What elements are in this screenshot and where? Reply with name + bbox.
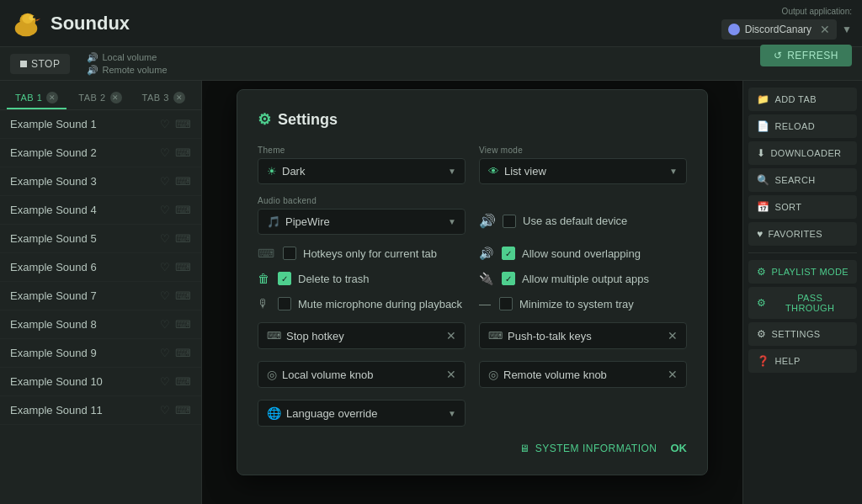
tab-1[interactable]: TAB 1 ✕ [7, 88, 67, 109]
heart-icon[interactable]: ♡ [160, 204, 170, 216]
refresh-button[interactable]: ↺ REFRESH [760, 45, 852, 66]
system-info-button[interactable]: 🖥 SYSTEM INFORMATION [519, 443, 657, 454]
tab-2[interactable]: TAB 2 ✕ [70, 88, 130, 109]
keyboard-icon[interactable]: ⌨ [175, 232, 191, 245]
sound-item[interactable]: Example Sound 7 ♡ ⌨ [0, 282, 201, 310]
playlist-mode-icon: ⚙ [757, 266, 766, 278]
sound-item[interactable]: Example Sound 3 ♡ ⌨ [0, 167, 201, 196]
stop-hotkey-clear-icon[interactable]: ✕ [446, 329, 456, 342]
heart-icon[interactable]: ♡ [160, 404, 170, 416]
minimize-tray-checkbox[interactable] [499, 297, 513, 310]
delete-trash-row[interactable]: 🗑 Delete to trash [258, 272, 466, 285]
audio-backend-field: Audio backend 🎵 PipeWire ▼ [258, 196, 466, 235]
tabs-bar: TAB 1 ✕ TAB 2 ✕ TAB 3 ✕ [0, 81, 201, 110]
ptt-clear-icon[interactable]: ✕ [668, 329, 678, 342]
sound-item[interactable]: Example Sound 10 ♡ ⌨ [0, 368, 201, 396]
keyboard-icon[interactable]: ⌨ [175, 146, 191, 159]
output-app-row: DiscordCanary ✕ ▼ [721, 19, 852, 40]
app-title: Soundux [51, 13, 130, 34]
multiple-output-icon: 🔌 [479, 272, 493, 285]
favorites-button[interactable]: ♥ FAVORITES [748, 222, 857, 246]
search-button[interactable]: 🔍 SEARCH [748, 168, 857, 192]
sound-item[interactable]: Example Sound 9 ♡ ⌨ [0, 339, 201, 368]
mute-mic-row[interactable]: 🎙 Mute microphone during playback [258, 297, 466, 310]
local-knob-icon: ◎ [267, 368, 277, 381]
output-app-chevron-icon[interactable]: ▼ [842, 24, 852, 35]
heart-icon[interactable]: ♡ [160, 118, 170, 130]
reload-icon: 📄 [757, 120, 769, 132]
hotkeys-only-checkbox[interactable] [283, 247, 296, 260]
settings-button[interactable]: ⚙ SETTINGS [748, 322, 857, 346]
stop-button[interactable]: STOP [10, 54, 70, 74]
downloader-icon: ⬇ [757, 147, 765, 159]
main-area: TAB 1 ✕ TAB 2 ✕ TAB 3 ✕ Example Sound 1 … [0, 81, 862, 504]
minimize-tray-row[interactable]: — Minimize to system tray [479, 297, 687, 310]
remote-volume-knob-field[interactable]: ◎ Remote volume knob ✕ [479, 361, 687, 388]
theme-select[interactable]: ☀ Dark ▼ [258, 158, 466, 184]
keyboard-icon[interactable]: ⌨ [175, 289, 191, 302]
local-volume-knob-field[interactable]: ◎ Local volume knob ✕ [258, 361, 466, 388]
sort-button[interactable]: 📅 SORT [748, 195, 857, 219]
tab-3-close-icon[interactable]: ✕ [173, 92, 185, 103]
mute-mic-checkbox[interactable] [278, 297, 291, 310]
allow-overlapping-field: 🔊 Allow sound overlapping [479, 247, 687, 260]
local-knob-clear-icon[interactable]: ✕ [446, 368, 456, 381]
allow-overlapping-checkbox[interactable] [502, 247, 515, 260]
sound-item[interactable]: Example Sound 1 ♡ ⌨ [0, 110, 201, 139]
delete-trash-checkbox[interactable] [278, 272, 291, 285]
keyboard-icon[interactable]: ⌨ [175, 175, 191, 188]
playlist-mode-button[interactable]: ⚙ PLAYLIST MODE [748, 260, 857, 284]
keyboard-icon[interactable]: ⌨ [175, 318, 191, 331]
sound-item[interactable]: Example Sound 8 ♡ ⌨ [0, 310, 201, 339]
stop-hotkey-kbd-icon: ⌨ [267, 330, 281, 342]
allow-multiple-output-checkbox[interactable] [502, 272, 515, 285]
keyboard-icon[interactable]: ⌨ [175, 375, 191, 388]
sound-name: Example Sound 8 [10, 318, 97, 331]
stop-hotkey-field[interactable]: ⌨ Stop hotkey ✕ [258, 322, 466, 349]
close-discord-icon[interactable]: ✕ [820, 23, 830, 36]
default-device-checkbox[interactable] [503, 215, 516, 228]
allow-overlapping-row[interactable]: 🔊 Allow sound overlapping [479, 247, 687, 260]
view-mode-select[interactable]: 👁 List view ▼ [479, 158, 687, 184]
downloader-button[interactable]: ⬇ DOWNLOADER [748, 141, 857, 165]
pass-through-button[interactable]: ⚙ PASS THROUGH [748, 287, 857, 319]
add-tab-button[interactable]: 📁 ADD TAB [748, 88, 857, 111]
sound-item[interactable]: Example Sound 6 ♡ ⌨ [0, 253, 201, 282]
reload-button[interactable]: 📄 RELOAD [748, 114, 857, 138]
heart-icon[interactable]: ♡ [160, 318, 170, 331]
language-select[interactable]: 🌐 Language override ▼ [258, 400, 466, 427]
keyboard-icon[interactable]: ⌨ [175, 404, 191, 416]
heart-icon[interactable]: ♡ [160, 261, 170, 273]
heart-icon[interactable]: ♡ [160, 347, 170, 359]
heart-icon[interactable]: ♡ [160, 146, 170, 159]
tab-3[interactable]: TAB 3 ✕ [134, 88, 194, 109]
push-to-talk-field[interactable]: ⌨ Push-to-talk keys ✕ [479, 322, 687, 349]
discord-dot [728, 24, 740, 35]
heart-icon[interactable]: ♡ [160, 375, 170, 388]
tab-2-close-icon[interactable]: ✕ [110, 92, 122, 103]
heart-icon[interactable]: ♡ [160, 175, 170, 188]
keyboard-icon[interactable]: ⌨ [175, 118, 191, 130]
remote-knob-clear-icon[interactable]: ✕ [668, 368, 678, 381]
remote-knob-icon: ◎ [488, 368, 498, 381]
default-device-row[interactable]: 🔊 Use as default device [479, 213, 687, 229]
audio-backend-select[interactable]: 🎵 PipeWire ▼ [258, 209, 466, 235]
keyboard-icon[interactable]: ⌨ [175, 347, 191, 359]
sound-item[interactable]: Example Sound 2 ♡ ⌨ [0, 139, 201, 167]
ok-button[interactable]: OK [671, 442, 688, 454]
sound-item[interactable]: Example Sound 11 ♡ ⌨ [0, 396, 201, 425]
tab-1-close-icon[interactable]: ✕ [46, 92, 58, 103]
sound-item[interactable]: Example Sound 4 ♡ ⌨ [0, 196, 201, 225]
minimize-tray-field: — Minimize to system tray [479, 297, 687, 310]
keyboard-icon[interactable]: ⌨ [175, 261, 191, 273]
left-panel: TAB 1 ✕ TAB 2 ✕ TAB 3 ✕ Example Sound 1 … [0, 81, 202, 504]
keyboard-icon[interactable]: ⌨ [175, 204, 191, 216]
heart-icon[interactable]: ♡ [160, 232, 170, 245]
heart-icon[interactable]: ♡ [160, 289, 170, 302]
allow-multiple-output-row[interactable]: 🔌 Allow multiple output apps [479, 272, 687, 285]
theme-chevron-icon: ▼ [448, 167, 456, 176]
hotkeys-only-row[interactable]: ⌨ Hotkeys only for current tab [258, 247, 466, 260]
discord-badge[interactable]: DiscordCanary ✕ [721, 19, 837, 40]
sound-item[interactable]: Example Sound 5 ♡ ⌨ [0, 225, 201, 253]
help-button[interactable]: ❓ HELP [748, 349, 857, 373]
